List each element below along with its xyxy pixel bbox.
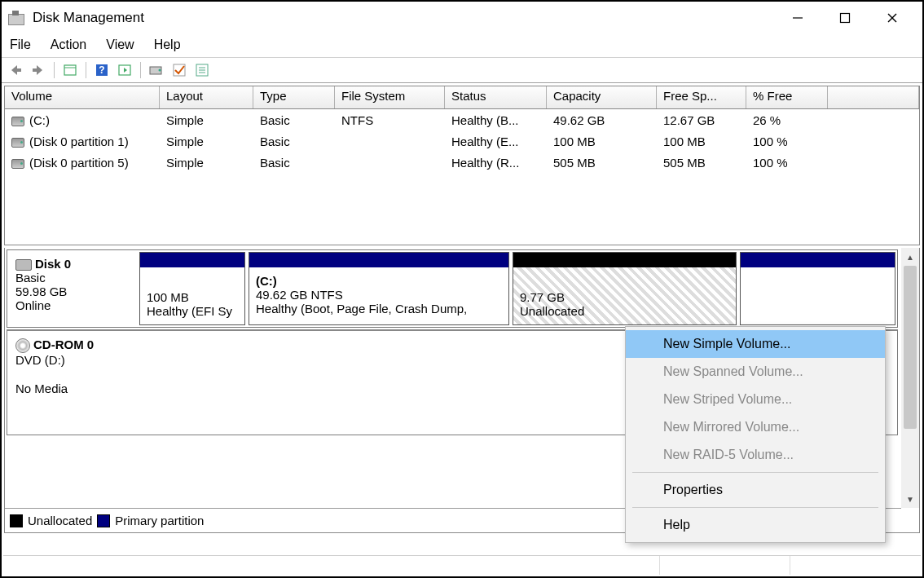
cell-volume: (Disk 0 partition 5) xyxy=(29,156,129,170)
cell-pct: 100 % xyxy=(746,133,828,150)
volume-list[interactable]: Volume Layout Type File System Status Ca… xyxy=(4,86,920,245)
cdrom-label: DVD (D:) xyxy=(15,353,130,367)
ctx-new-simple-volume[interactable]: New Simple Volume... xyxy=(626,330,885,358)
cell-pct: 100 % xyxy=(746,154,828,171)
statusbar xyxy=(3,555,921,575)
partition-label: (C:) xyxy=(256,274,502,288)
partition-header xyxy=(741,253,895,267)
context-separator xyxy=(632,472,878,473)
cell-pct: 26 % xyxy=(746,112,828,129)
properties-icon[interactable] xyxy=(61,61,79,79)
volume-icon xyxy=(11,138,24,148)
col-header-status[interactable]: Status xyxy=(445,86,547,108)
scroll-up-icon[interactable]: ▲ xyxy=(901,248,919,266)
svg-text:?: ? xyxy=(99,64,104,76)
legend-swatch-primary xyxy=(97,514,110,527)
menu-action[interactable]: Action xyxy=(51,38,86,52)
partition-size: 100 MB xyxy=(147,290,238,304)
cell-volume: (C:) xyxy=(29,113,50,127)
svg-rect-4 xyxy=(16,68,21,72)
partition-recovery[interactable] xyxy=(740,252,895,325)
refresh-icon[interactable] xyxy=(116,61,134,79)
cell-fs: NTFS xyxy=(335,112,445,129)
cell-status: Healthy (E... xyxy=(445,133,547,150)
maximize-button[interactable] xyxy=(821,2,869,33)
window-title: Disk Management xyxy=(33,10,774,26)
partition-c[interactable]: (C:) 49.62 GB NTFS Healthy (Boot, Page F… xyxy=(249,252,509,325)
cell-capacity: 505 MB xyxy=(547,154,657,171)
ctx-new-raid5-volume[interactable]: New RAID-5 Volume... xyxy=(626,441,885,469)
menu-help[interactable]: Help xyxy=(154,38,181,52)
col-header-free[interactable]: Free Sp... xyxy=(657,86,746,108)
help-icon[interactable]: ? xyxy=(93,61,111,79)
disk-size: 59.98 GB xyxy=(15,285,130,298)
forward-button[interactable] xyxy=(29,61,47,79)
cdrom-state: No Media xyxy=(15,382,130,395)
partitions: 100 MB Healthy (EFI Sy (C:) 49.62 GB NTF… xyxy=(138,250,897,327)
cell-layout: Simple xyxy=(160,154,253,171)
partition-header xyxy=(249,253,508,267)
col-header-layout[interactable]: Layout xyxy=(160,86,253,108)
partition-unallocated[interactable]: 9.77 GB Unallocated xyxy=(513,252,737,325)
cell-free: 100 MB xyxy=(657,133,746,150)
cell-volume: (Disk 0 partition 1) xyxy=(29,135,129,148)
volume-icon xyxy=(11,159,24,169)
col-header-type[interactable]: Type xyxy=(253,86,335,108)
cell-layout: Simple xyxy=(160,133,253,150)
disk-name: Disk 0 xyxy=(35,257,71,271)
partition-size: 9.77 GB xyxy=(520,290,729,304)
ctx-properties[interactable]: Properties xyxy=(626,476,885,504)
col-header-filesystem[interactable]: File System xyxy=(335,86,445,108)
svg-point-12 xyxy=(159,69,161,72)
volume-list-header: Volume Layout Type File System Status Ca… xyxy=(5,86,919,109)
cell-type: Basic xyxy=(253,133,335,150)
list-icon[interactable] xyxy=(193,61,211,79)
partition-status: Healthy (EFI Sy xyxy=(147,304,238,318)
ctx-new-striped-volume[interactable]: New Striped Volume... xyxy=(626,386,885,413)
titlebar: Disk Management xyxy=(2,2,922,34)
cell-free: 12.67 GB xyxy=(657,112,746,129)
back-button[interactable] xyxy=(7,61,24,79)
legend-swatch-unallocated xyxy=(10,514,23,527)
svg-rect-5 xyxy=(33,68,37,72)
cell-type: Basic xyxy=(253,154,335,171)
disk-icon[interactable] xyxy=(147,61,165,79)
cell-layout: Simple xyxy=(160,112,253,129)
check-icon[interactable] xyxy=(170,61,188,79)
col-header-pct[interactable]: % Free xyxy=(746,86,828,108)
partition-status: Healthy (Boot, Page File, Crash Dump, xyxy=(256,302,502,315)
svg-rect-1 xyxy=(841,14,850,23)
volume-row[interactable]: (Disk 0 partition 1) Simple Basic Health… xyxy=(5,130,919,152)
partition-efi[interactable]: 100 MB Healthy (EFI Sy xyxy=(139,252,245,325)
toolbar-separator xyxy=(140,62,141,78)
partition-body: (C:) 49.62 GB NTFS Healthy (Boot, Page F… xyxy=(249,267,508,324)
statusbar-pane xyxy=(3,556,660,575)
menu-view[interactable]: View xyxy=(106,38,134,52)
volume-icon xyxy=(11,117,24,126)
ctx-help[interactable]: Help xyxy=(626,511,885,539)
cell-status: Healthy (R... xyxy=(445,154,547,171)
scroll-thumb[interactable] xyxy=(904,266,917,429)
scroll-down-icon[interactable]: ▼ xyxy=(901,490,919,508)
cell-free: 505 MB xyxy=(657,154,746,171)
col-header-capacity[interactable]: Capacity xyxy=(547,86,657,108)
cdrom-icon xyxy=(15,338,30,353)
col-header-empty[interactable] xyxy=(828,86,919,108)
cell-type: Basic xyxy=(253,112,335,129)
col-header-volume[interactable]: Volume xyxy=(5,86,160,108)
close-button[interactable] xyxy=(869,2,916,33)
toolbar-separator xyxy=(54,62,55,78)
svg-rect-6 xyxy=(64,65,76,75)
scrollbar[interactable]: ▲ ▼ xyxy=(901,248,919,508)
partition-size: 49.62 GB NTFS xyxy=(256,288,502,302)
volume-row[interactable]: (Disk 0 partition 5) Simple Basic Health… xyxy=(5,152,919,173)
cell-fs xyxy=(335,161,445,164)
ctx-new-mirrored-volume[interactable]: New Mirrored Volume... xyxy=(626,413,885,441)
ctx-new-spanned-volume[interactable]: New Spanned Volume... xyxy=(626,358,885,386)
menu-file[interactable]: File xyxy=(10,38,31,52)
volume-row[interactable]: (C:) Simple Basic NTFS Healthy (B... 49.… xyxy=(5,109,919,130)
disk-info: CD-ROM 0 DVD (D:) No Media xyxy=(7,331,138,435)
minimize-button[interactable] xyxy=(774,2,821,33)
disk-block-disk0[interactable]: Disk 0 Basic 59.98 GB Online 100 MB Heal… xyxy=(7,249,898,328)
partition-body: 9.77 GB Unallocated xyxy=(513,267,736,324)
